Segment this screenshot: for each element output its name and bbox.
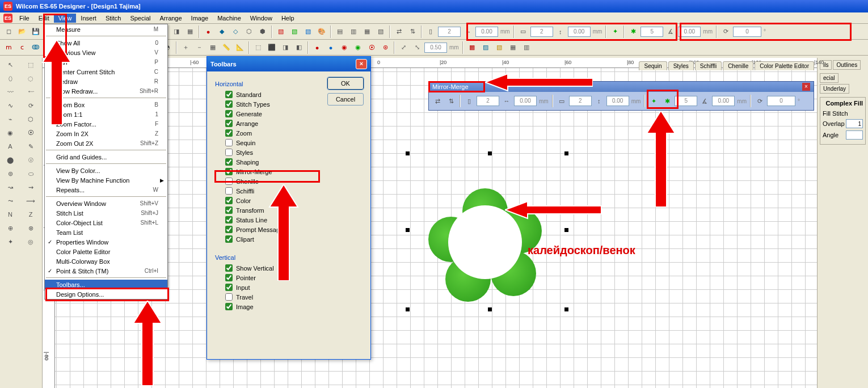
align-icon[interactable]: ▥	[347, 26, 360, 38]
checkbox[interactable]	[225, 284, 233, 291]
angle-icon[interactable]: ∡	[698, 95, 711, 107]
tool-icon[interactable]: ⤳	[0, 194, 20, 208]
align-icon[interactable]: ▤	[334, 26, 346, 38]
arrange-icon[interactable]: ◧	[293, 41, 305, 54]
checkbox[interactable]	[225, 197, 233, 204]
spacing-icon[interactable]: ↕	[593, 95, 605, 107]
tab-schiffli[interactable]: Schiffli	[695, 61, 722, 70]
view-menu-item[interactable]: Grid and Guides...	[45, 152, 167, 162]
wreath-icon[interactable]: ✱	[661, 95, 673, 107]
spacing-icon[interactable]: ↕	[554, 26, 567, 38]
toolbar-checkbox-row[interactable]: Status Line	[215, 215, 363, 225]
color-dot-icon[interactable]: ◉	[338, 41, 351, 54]
pattern-icon[interactable]: ▧	[493, 41, 505, 54]
tool-icon[interactable]: ⌁	[0, 112, 20, 126]
view-menu-item[interactable]: Toolbars...	[45, 280, 167, 289]
checkbox[interactable]	[225, 178, 233, 185]
colspace-value[interactable]: 0.00	[475, 27, 498, 37]
shape-icon[interactable]: ⬡	[243, 26, 255, 38]
toolbar-checkbox-row[interactable]: Pointer	[215, 273, 363, 282]
cols-value[interactable]: 2	[438, 27, 461, 37]
open-icon[interactable]: 📂	[16, 26, 28, 38]
view-menu-item[interactable]: Show All0	[45, 38, 167, 48]
view-menu-item[interactable]: Zoom Out 2XShift+Z	[45, 138, 167, 148]
arrange-icon[interactable]: ⬛	[266, 41, 278, 54]
color-dot-icon[interactable]: ◉	[352, 41, 364, 54]
color-dot-icon[interactable]: ●	[325, 41, 337, 54]
zoom-out-icon[interactable]: －	[193, 41, 205, 54]
kaleidoscope-icon[interactable]: ✦	[647, 95, 660, 107]
cols-icon[interactable]: ▯	[424, 26, 437, 38]
color-icon[interactable]: ▧	[302, 26, 314, 38]
arrange-icon[interactable]: ⬚	[252, 41, 264, 54]
checkbox[interactable]	[225, 303, 233, 310]
view-menu-item[interactable]: Center Current StitchC	[45, 67, 167, 77]
spacing-value[interactable]: 0.50	[424, 43, 447, 53]
prop-overlap-input[interactable]	[846, 119, 863, 128]
checkbox[interactable]	[225, 120, 233, 127]
mirror-v-icon[interactable]: ⇅	[445, 95, 457, 107]
checkbox[interactable]	[225, 168, 233, 175]
pattern-icon[interactable]: ▩	[466, 41, 478, 54]
grid-icon[interactable]: ▦	[207, 41, 219, 54]
toolbar-checkbox-row[interactable]: Clipart	[215, 234, 363, 244]
view-menu-item[interactable]: Color-Object ListShift+L	[45, 218, 167, 227]
ruler-icon[interactable]: 📐	[234, 41, 246, 54]
menu-insert[interactable]: Insert	[76, 14, 101, 23]
toolbar-checkbox-row[interactable]: Chenille	[215, 176, 363, 186]
tab-styles[interactable]: Styles	[668, 61, 694, 70]
mm-wreath-count[interactable]: 5	[675, 96, 697, 106]
menu-window[interactable]: Window	[246, 14, 277, 23]
tool-icon[interactable]: ✦	[0, 235, 20, 248]
tab-sequin[interactable]: Sequin	[639, 61, 667, 70]
stitch-icon[interactable]: ↂ	[30, 41, 42, 54]
menu-file[interactable]: File	[15, 14, 34, 23]
toolbar-checkbox-row[interactable]: Zoom	[215, 128, 363, 138]
checkbox[interactable]	[225, 274, 233, 281]
transform-icon[interactable]: ⤢	[397, 41, 410, 54]
tool-icon[interactable]: Z	[20, 208, 41, 221]
mm-cols[interactable]: 2	[477, 96, 499, 106]
checkbox[interactable]	[225, 149, 233, 156]
tool-icon[interactable]: ◎	[20, 235, 41, 248]
stitch-icon[interactable]: ⅿ	[2, 41, 15, 54]
tool-icon[interactable]: ∿	[0, 99, 20, 112]
tool-icon[interactable]: ↖	[0, 58, 20, 71]
shape-icon[interactable]: ⬢	[256, 26, 269, 38]
zoom-in-icon[interactable]: ＋	[179, 41, 192, 54]
angle-icon[interactable]: ∡	[664, 26, 677, 38]
mm-wreath-space[interactable]: 0.00	[712, 96, 735, 106]
tool-icon[interactable]: ⊗	[20, 221, 41, 235]
pattern-icon[interactable]: ▥	[520, 41, 533, 54]
view-menu-item[interactable]: Zoom BoxB	[45, 100, 167, 109]
tool-icon[interactable]: ⟳	[20, 99, 41, 112]
view-menu-item[interactable]: Design Options...	[45, 289, 167, 299]
checkbox[interactable]	[225, 293, 233, 301]
view-menu-item[interactable]: Previous ViewV	[45, 48, 167, 57]
checkbox[interactable]	[225, 139, 233, 146]
ruler-icon[interactable]: 📏	[220, 41, 233, 54]
view-menu-item[interactable]: RedrawR	[45, 77, 167, 86]
rows-value[interactable]: 2	[530, 27, 553, 37]
toolbar-checkbox-row[interactable]: Shaping	[215, 157, 363, 167]
mirror-merge-toolbar[interactable]: Mirror-Merge × ⇄ ⇅ ▯ 2 ↔ 0.00 mm ▭ 2 ↕ 0…	[428, 81, 814, 111]
checkbox[interactable]	[225, 187, 233, 195]
toolbar-checkbox-row[interactable]: Transform	[215, 205, 363, 215]
shape-icon[interactable]: ●	[202, 26, 214, 38]
spacing-icon[interactable]: ↔	[462, 26, 474, 38]
color-icon[interactable]: ▧	[275, 26, 287, 38]
view-menu-item[interactable]: Zoom 1:11	[45, 109, 167, 119]
tool-icon[interactable]: ↝	[0, 180, 20, 194]
toolbar-checkbox-row[interactable]: Color	[215, 196, 363, 205]
toolbar-checkbox-row[interactable]: Styles	[215, 147, 363, 157]
menu-special[interactable]: Special	[125, 14, 155, 23]
rotate-icon[interactable]: ⟳	[753, 95, 766, 107]
menu-edit[interactable]: Edit	[34, 14, 54, 23]
prop-tab-outlines[interactable]: Outlines	[833, 60, 861, 70]
prop-tab-underlay[interactable]: Underlay	[820, 84, 849, 94]
prop-angle-input[interactable]	[846, 130, 863, 140]
rows-icon[interactable]: ▭	[517, 26, 529, 38]
view-menu-item[interactable]: Multi-Colorway Box	[45, 256, 167, 266]
save-icon[interactable]: 💾	[30, 26, 42, 38]
toolbar-checkbox-row[interactable]: Image	[215, 302, 363, 311]
